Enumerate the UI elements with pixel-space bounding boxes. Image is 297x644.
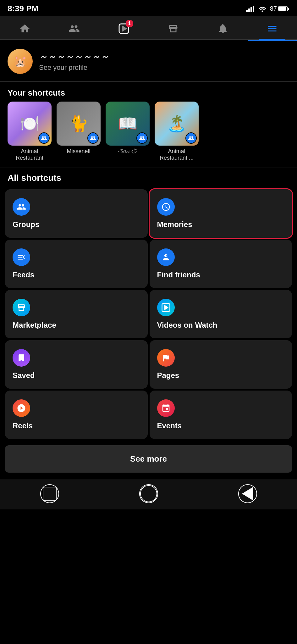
- watch-menu-icon: [157, 299, 175, 316]
- menu-item-label: Pages: [157, 371, 285, 380]
- bottom-nav: [0, 479, 297, 509]
- reels-icon: [13, 399, 30, 417]
- shortcut-label: Animal Restaurant ...: [155, 148, 199, 161]
- saved-icon: [13, 349, 30, 367]
- nav-marketplace[interactable]: [160, 19, 186, 38]
- menu-item-label: Saved: [13, 371, 140, 380]
- avatar: 🐹: [8, 49, 33, 74]
- nav-watch[interactable]: 1: [111, 19, 137, 38]
- events-icon: [157, 399, 175, 417]
- nav-home[interactable]: [12, 19, 38, 38]
- menu-item-pages[interactable]: Pages: [150, 340, 292, 389]
- shortcut-label: Missenell: [67, 148, 90, 155]
- menu-icon: [265, 22, 279, 36]
- circle-icon: [140, 485, 157, 502]
- svg-rect-1: [248, 8, 250, 12]
- menu-item-label: Events: [157, 421, 285, 430]
- profile-name: ～～～～～～～～: [39, 51, 289, 62]
- svg-rect-3: [253, 6, 254, 12]
- groups-icon: [13, 198, 30, 216]
- menu-item-label: Find friends: [157, 270, 285, 279]
- menu-item-events[interactable]: Events: [150, 391, 292, 439]
- shortcut-item[interactable]: 🍽️ Animal Restaurant: [8, 102, 52, 161]
- battery-container: 87: [270, 5, 289, 12]
- svg-rect-7: [288, 8, 289, 10]
- shortcut-group-badge: [136, 132, 148, 144]
- nav-back-button[interactable]: [238, 484, 257, 503]
- nav-notifications[interactable]: [210, 19, 236, 38]
- marketplace-icon: [166, 22, 180, 36]
- nav-home-button[interactable]: [139, 484, 158, 503]
- back-icon: [242, 487, 253, 501]
- wifi-icon: [258, 5, 267, 12]
- nav-friends[interactable]: [61, 19, 87, 38]
- menu-item-marketplace[interactable]: Marketplace: [5, 290, 148, 338]
- shortcut-image-wrap: 🏝️: [155, 102, 199, 146]
- signal-icon: [246, 5, 255, 12]
- memories-icon: [157, 198, 175, 216]
- menu-item-memories[interactable]: Memories: [150, 189, 292, 238]
- menu-item-label: Feeds: [13, 270, 140, 279]
- shortcut-label: Animal Restaurant: [8, 148, 52, 161]
- nav-square-button[interactable]: [40, 484, 59, 503]
- feeds-icon: [13, 248, 30, 266]
- shortcuts-scroll: 🍽️ Animal Restaurant 🐈 Missenell 📖: [0, 102, 297, 168]
- top-nav: 1: [0, 16, 297, 40]
- shortcut-item[interactable]: 🐈 Missenell: [57, 102, 101, 161]
- svg-rect-2: [250, 7, 252, 12]
- bell-icon: [216, 22, 230, 36]
- battery-icon: [278, 6, 289, 12]
- watch-badge: 1: [126, 20, 133, 27]
- all-shortcuts-title: All shortcuts: [0, 168, 297, 189]
- shortcut-group-badge: [87, 132, 99, 144]
- shortcut-image-wrap: 📖: [106, 102, 150, 146]
- svg-rect-6: [278, 7, 286, 11]
- menu-item-reels[interactable]: Reels: [5, 391, 148, 439]
- marketplace-menu-icon: [13, 299, 30, 316]
- shortcut-item[interactable]: 📖 বইয়ের হাট: [106, 102, 150, 161]
- status-bar: 8:39 PM 87: [0, 0, 297, 16]
- menu-item-label: Reels: [13, 421, 140, 430]
- friends-icon: [67, 22, 81, 36]
- shortcut-label: বইয়ের হাট: [118, 148, 137, 155]
- menu-item-label: Groups: [13, 220, 140, 229]
- menu-item-label: Videos on Watch: [157, 321, 285, 330]
- status-icons: 87: [246, 5, 289, 12]
- see-more-button[interactable]: See more: [5, 445, 292, 473]
- battery-level: 87: [270, 5, 277, 12]
- menu-item-find-friends[interactable]: + Find friends: [150, 240, 292, 288]
- menu-item-groups[interactable]: Groups: [5, 189, 148, 238]
- menu-item-feeds[interactable]: Feeds: [5, 240, 148, 288]
- home-icon: [18, 22, 32, 36]
- find-friends-icon: +: [157, 248, 175, 266]
- profile-info: ～～～～～～～～ See your profile: [39, 51, 289, 72]
- shortcut-item[interactable]: 🏝️ Animal Restaurant ...: [155, 102, 199, 161]
- shortcut-group-badge: [185, 132, 197, 144]
- svg-text:+: +: [167, 254, 168, 258]
- profile-section[interactable]: 🐹 ～～～～～～～～ See your profile: [0, 41, 297, 82]
- status-time: 8:39 PM: [8, 4, 38, 14]
- svg-rect-0: [246, 10, 248, 12]
- menu-item-watch[interactable]: Videos on Watch: [150, 290, 292, 338]
- profile-subtitle: See your profile: [39, 64, 289, 72]
- shortcut-image-wrap: 🍽️: [8, 102, 52, 146]
- svg-point-4: [261, 10, 263, 12]
- menu-item-label: Memories: [157, 220, 285, 229]
- menu-item-saved[interactable]: Saved: [5, 340, 148, 389]
- menu-item-label: Marketplace: [13, 321, 140, 330]
- shortcut-group-badge: [38, 132, 50, 144]
- nav-menu[interactable]: [259, 19, 285, 38]
- square-icon: [43, 487, 57, 501]
- menu-grid: Groups Memories Feeds + Find friends Mar…: [0, 189, 297, 439]
- shortcut-image-wrap: 🐈: [57, 102, 101, 146]
- pages-icon: [157, 349, 175, 367]
- your-shortcuts-title: Your shortcuts: [0, 82, 297, 102]
